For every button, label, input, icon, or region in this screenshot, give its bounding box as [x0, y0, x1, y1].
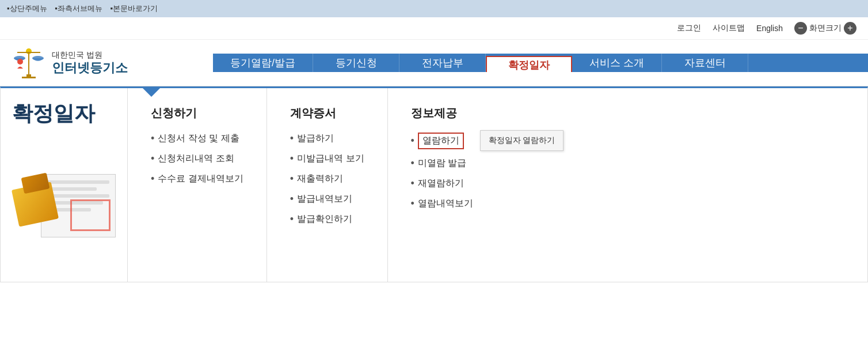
dropdown-panel: 확정일자 신청하기 신청서 작성 및 제 [0, 86, 868, 282]
svg-point-7 [17, 59, 23, 65]
increase-screen-button[interactable]: + [844, 22, 856, 35]
dropdown-arrow [141, 86, 162, 97]
dropdown-col-contract: 계약증서 발급하기 미발급내역 보기 재출력하기 발급내역보기 발급확인하기 [267, 88, 388, 282]
dropdown-col-contract-list: 발급하기 미발급내역 보기 재출력하기 발급내역보기 발급확인하기 [290, 133, 364, 225]
dropdown-item-fee-history[interactable]: 수수료 결제내역보기 [151, 173, 243, 185]
skip-nav-top[interactable]: ▪상단주메뉴 [7, 4, 47, 13]
logo-top-line: 대한민국 법원 [52, 50, 128, 60]
dropdown-col-apply-title: 신청하기 [151, 105, 243, 121]
screen-size-controls: − 화면크기 + [794, 22, 856, 35]
dropdown-item-unissued[interactable]: 미발급내역 보기 [290, 153, 364, 165]
dropdown-item-issue-history[interactable]: 발급내역보기 [290, 193, 364, 205]
nav-item-registry[interactable]: 등기열람/발급 [213, 54, 313, 72]
dropdown-item-issue[interactable]: 발급하기 [290, 133, 364, 145]
logo-text: 대한민국 법원 인터넷등기소 [52, 50, 128, 77]
dropdown-item-view-history[interactable]: 열람내역보기 [411, 198, 480, 210]
decrease-screen-button[interactable]: − [794, 22, 807, 35]
skip-nav-content[interactable]: ▪본문바로가기 [110, 4, 158, 13]
dropdown-col-info: 정보제공 열람하기 확정일자 열람하기 미열람 발급 재열람하기 열람내역보기 [388, 88, 503, 282]
logo-area: 대한민국 법원 인터넷등기소 [0, 40, 213, 86]
dropdown-item-issue-confirm[interactable]: 발급확인하기 [290, 213, 364, 225]
screen-size-label: 화면크기 [809, 23, 842, 33]
dropdown-col-contract-title: 계약증서 [290, 105, 364, 121]
nav-item-data-center[interactable]: 자료센터 [662, 54, 748, 72]
nav-item-confirmed-date[interactable]: 확정일자 [486, 56, 572, 72]
dropdown-item-reprint[interactable]: 재출력하기 [290, 173, 364, 185]
stamp-red-box [70, 199, 111, 231]
english-link[interactable]: English [756, 24, 783, 33]
dropdown-image-area: 확정일자 [1, 88, 128, 282]
skip-nav: ▪상단주메뉴 ▪좌측서브메뉴 ▪본문바로가기 [0, 0, 868, 17]
site-logo-icon [12, 46, 46, 80]
dropdown-item-write[interactable]: 신청서 작성 및 제출 [151, 133, 243, 145]
skip-nav-side[interactable]: ▪좌측서브메뉴 [55, 4, 102, 13]
sitemap-link[interactable]: 사이트맵 [713, 23, 745, 33]
dropdown-item-unviewed[interactable]: 미열람 발급 [411, 157, 480, 169]
tooltip-box: 확정일자 열람하기 [480, 130, 564, 151]
dropdown-item-review[interactable]: 재열람하기 [411, 177, 480, 190]
dropdown-col-apply-list: 신청서 작성 및 제출 신청처리내역 조회 수수료 결제내역보기 [151, 133, 243, 185]
highlighted-view-link[interactable]: 열람하기 [418, 133, 464, 149]
stamp-illustration [12, 145, 116, 237]
dropdown-item-view[interactable]: 열람하기 확정일자 열람하기 [411, 133, 480, 149]
site-header: 대한민국 법원 인터넷등기소 등기열람/발급 등기신청 전자납부 확정일자 서비… [0, 40, 868, 86]
dropdown-col-info-title: 정보제공 [411, 105, 480, 121]
main-nav: 등기열람/발급 등기신청 전자납부 확정일자 서비스 소개 자료센터 [213, 54, 868, 72]
dropdown-col-info-list: 열람하기 확정일자 열람하기 미열람 발급 재열람하기 열람내역보기 [411, 133, 480, 210]
svg-rect-6 [22, 77, 36, 78]
login-link[interactable]: 로그인 [677, 23, 701, 33]
nav-item-service[interactable]: 서비스 소개 [572, 54, 662, 72]
dropdown-main-title: 확정일자 [12, 100, 116, 128]
utility-bar: 로그인 사이트맵 English − 화면크기 + [0, 17, 868, 40]
dropdown-item-check-status[interactable]: 신청처리내역 조회 [151, 153, 243, 165]
logo-bottom-line: 인터넷등기소 [52, 60, 128, 77]
dropdown-col-apply: 신청하기 신청서 작성 및 제출 신청처리내역 조회 수수료 결제내역보기 [128, 88, 267, 282]
nav-item-payment[interactable]: 전자납부 [399, 54, 486, 72]
nav-item-application[interactable]: 등기신청 [313, 54, 399, 72]
